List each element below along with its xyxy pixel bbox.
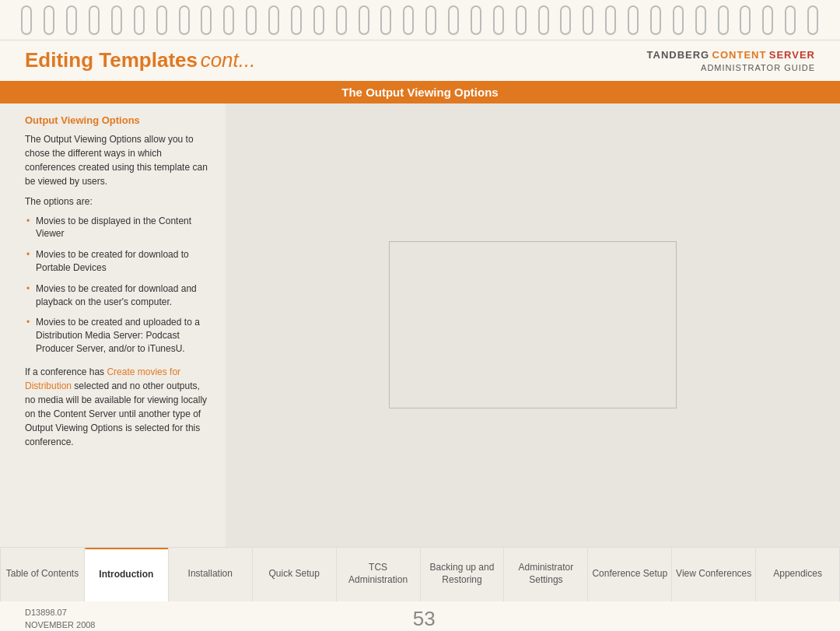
nav-tab-administrator-settings[interactable]: Administrator Settings xyxy=(504,548,588,601)
brand-guide: ADMINISTRATOR GUIDE xyxy=(647,62,815,74)
spiral-ring xyxy=(740,5,751,35)
left-panel: Output Viewing Options The Output Viewin… xyxy=(0,103,226,547)
bottom-navigation: Table of ContentsIntroductionInstallatio… xyxy=(0,547,840,601)
doc-date: NOVEMBER 2008 xyxy=(25,619,95,631)
nav-tab-installation[interactable]: Installation xyxy=(169,548,253,601)
spiral-ring xyxy=(718,5,729,35)
list-item: Movies to be created for download and pl… xyxy=(25,282,210,309)
spiral-ring xyxy=(650,5,661,35)
spiral-ring xyxy=(762,5,773,35)
spiral-ring xyxy=(538,5,549,35)
spiral-ring xyxy=(89,5,100,35)
spiral-ring xyxy=(246,5,257,35)
spiral-ring xyxy=(156,5,167,35)
spiral-ring xyxy=(359,5,369,35)
page-title: Editing Templates cont... xyxy=(25,48,255,72)
note-text: If a conference has Create movies for Di… xyxy=(25,365,210,449)
spiral-ring xyxy=(66,5,77,35)
spiral-ring xyxy=(403,5,414,35)
spiral-ring xyxy=(44,5,54,35)
spiral-ring xyxy=(380,5,391,35)
spiral-ring xyxy=(313,5,324,35)
footer-doc-info: D13898.07 NOVEMBER 2008 xyxy=(25,606,95,631)
spiral-ring xyxy=(448,5,459,35)
brand-server: SERVER xyxy=(769,49,815,61)
bullet-list: Movies to be displayed in the Content Vi… xyxy=(25,215,210,356)
nav-tab-tcs-administration[interactable]: TCS Administration xyxy=(337,548,421,601)
spiral-binding xyxy=(0,0,840,40)
content-image xyxy=(389,241,677,408)
brand-tandberg: TANDBERG xyxy=(647,49,710,61)
spiral-ring xyxy=(223,5,234,35)
list-item: Movies to be created for download to Por… xyxy=(25,248,210,275)
page-footer: D13898.07 NOVEMBER 2008 53 xyxy=(0,601,840,631)
nav-tab-backing-up-and-restoring[interactable]: Backing up and Restoring xyxy=(421,548,505,601)
list-item: Movies to be displayed in the Content Vi… xyxy=(25,215,210,241)
list-item: Movies to be created and uploaded to a D… xyxy=(25,316,210,355)
spiral-ring xyxy=(21,5,32,35)
options-label: The options are: xyxy=(25,195,210,209)
spiral-ring xyxy=(111,5,122,35)
spiral-ring xyxy=(695,5,706,35)
spiral-ring xyxy=(516,5,527,35)
spiral-ring xyxy=(179,5,190,35)
spiral-ring xyxy=(560,5,571,35)
spiral-ring xyxy=(471,5,481,35)
brand-content: CONTENT xyxy=(712,49,767,61)
spiral-ring xyxy=(785,5,796,35)
spiral-ring xyxy=(134,5,145,35)
brand-logo: TANDBERG CONTENT SERVER ADMINISTRATOR GU… xyxy=(647,48,815,75)
spiral-ring xyxy=(201,5,212,35)
nav-tab-appendices[interactable]: Appendices xyxy=(756,548,840,601)
nav-tab-view-conferences[interactable]: View Conferences xyxy=(672,548,756,601)
spiral-ring xyxy=(605,5,616,35)
nav-tab-quick-setup[interactable]: Quick Setup xyxy=(253,548,337,601)
page-header: Editing Templates cont... TANDBERG CONTE… xyxy=(0,40,840,81)
page-number: 53 xyxy=(413,607,436,631)
main-content-area: Output Viewing Options The Output Viewin… xyxy=(0,103,840,547)
right-panel xyxy=(226,103,840,547)
section-title: Output Viewing Options xyxy=(25,114,210,126)
doc-id: D13898.07 xyxy=(25,606,95,619)
intro-text: The Output Viewing Options allow you to … xyxy=(25,132,210,188)
section-banner: The Output Viewing Options xyxy=(0,81,840,103)
spiral-ring xyxy=(807,5,818,35)
spiral-ring xyxy=(268,5,279,35)
spiral-ring xyxy=(336,5,347,35)
nav-tab-introduction[interactable]: Introduction xyxy=(85,548,169,601)
spiral-ring xyxy=(291,5,302,35)
nav-tab-table-of-contents[interactable]: Table of Contents xyxy=(0,548,85,601)
nav-tab-conference-setup[interactable]: Conference Setup xyxy=(588,548,672,601)
spiral-ring xyxy=(628,5,639,35)
spiral-ring xyxy=(673,5,684,35)
spiral-ring xyxy=(493,5,504,35)
spiral-ring xyxy=(425,5,436,35)
spiral-ring xyxy=(583,5,593,35)
